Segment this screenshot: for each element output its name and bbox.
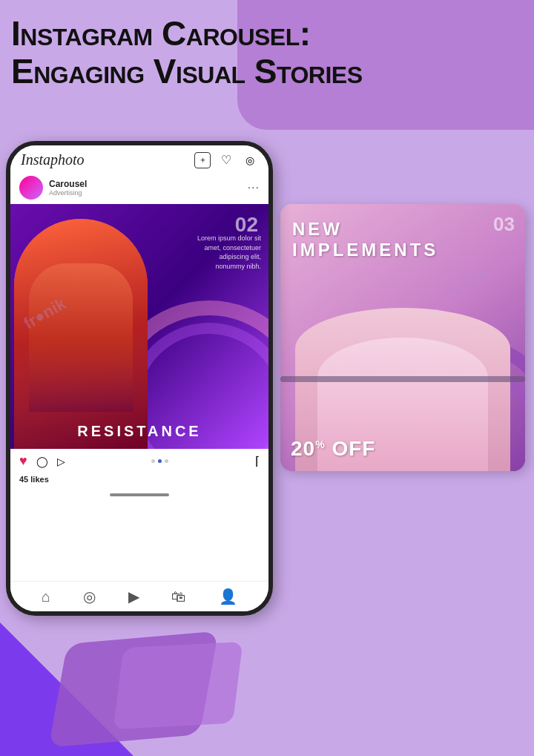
phone-mockup: Instaphoto ＋ ♡ ◎ Carousel Advertising ··… <box>6 141 280 623</box>
second-slide-card: 03 NEW IMPLEMENTS 20% OFF <box>280 204 525 471</box>
likes-count: 45 likes <box>10 473 268 488</box>
post-username: Carousel <box>49 179 242 189</box>
instagram-header-icons: ＋ ♡ ◎ <box>194 152 258 168</box>
search-nav-icon[interactable]: ◎ <box>83 588 96 605</box>
title-line1: Instagram Carousel: <box>11 14 311 53</box>
bookmark-icon[interactable]: ⌈ <box>255 454 260 468</box>
post-header: Carousel Advertising ··· <box>10 171 268 204</box>
share-icon[interactable]: ▷ <box>57 456 65 467</box>
post-image-slide1: 02 Lorem ipsum dolor sit amet, consectet… <box>10 204 268 449</box>
instagram-logo: Instaphoto <box>21 151 85 168</box>
carousel-dots <box>74 459 246 463</box>
title-line2: Engaging Visual Stories <box>11 52 363 91</box>
dot-2-active <box>158 459 162 463</box>
post-subtitle: Advertising <box>49 189 242 197</box>
home-indicator-bar <box>110 493 169 496</box>
like-icon[interactable]: ♥ <box>19 453 27 469</box>
slide-lorem-text: Lorem ipsum dolor sit amet, consectetuer… <box>194 234 261 271</box>
post-menu-dots[interactable]: ··· <box>248 181 260 194</box>
discount-percent: % <box>315 438 325 450</box>
dot-3 <box>165 459 168 463</box>
add-icon[interactable]: ＋ <box>194 152 211 168</box>
new-implements-line1: NEW <box>292 219 438 240</box>
discount-label: 20% OFF <box>291 437 375 461</box>
bottom-decor-area <box>0 608 534 756</box>
shop-nav-icon[interactable]: 🛍 <box>171 588 186 605</box>
new-implements-line2: IMPLEMENTS <box>292 240 438 260</box>
instagram-header: Instaphoto ＋ ♡ ◎ <box>10 145 268 171</box>
resistance-label: RESISTANCE <box>10 423 268 440</box>
title-section: Instagram Carousel: Engaging Visual Stor… <box>11 15 523 90</box>
phone-bottom-nav: ⌂ ◎ ▶ 🛍 👤 <box>10 581 268 611</box>
exercise-bar <box>280 376 525 382</box>
second-card-inner: 03 NEW IMPLEMENTS 20% OFF <box>280 204 525 471</box>
discount-number: 20 <box>291 437 315 460</box>
home-nav-icon[interactable]: ⌂ <box>42 588 50 605</box>
comment-icon[interactable]: ◯ <box>36 456 48 467</box>
post-footer: ♥ ◯ ▷ ⌈ <box>10 449 268 473</box>
heart-icon[interactable]: ♡ <box>218 152 234 168</box>
profile-nav-icon[interactable]: 👤 <box>219 588 237 605</box>
second-slide-number: 03 <box>493 213 515 236</box>
bottom-rhombus-2 <box>113 642 243 729</box>
page-title: Instagram Carousel: Engaging Visual Stor… <box>11 15 523 90</box>
phone-home-indicator <box>10 488 268 502</box>
post-avatar <box>19 176 43 200</box>
message-icon[interactable]: ◎ <box>242 152 258 168</box>
discount-off-text: OFF <box>332 437 375 460</box>
person-figure-slide1 <box>14 219 148 449</box>
dot-1 <box>151 459 155 463</box>
new-implements-title: NEW IMPLEMENTS <box>292 219 438 260</box>
post-user-info: Carousel Advertising <box>49 179 242 197</box>
phone-frame: Instaphoto ＋ ♡ ◎ Carousel Advertising ··… <box>6 141 273 616</box>
reels-nav-icon[interactable]: ▶ <box>128 588 139 605</box>
